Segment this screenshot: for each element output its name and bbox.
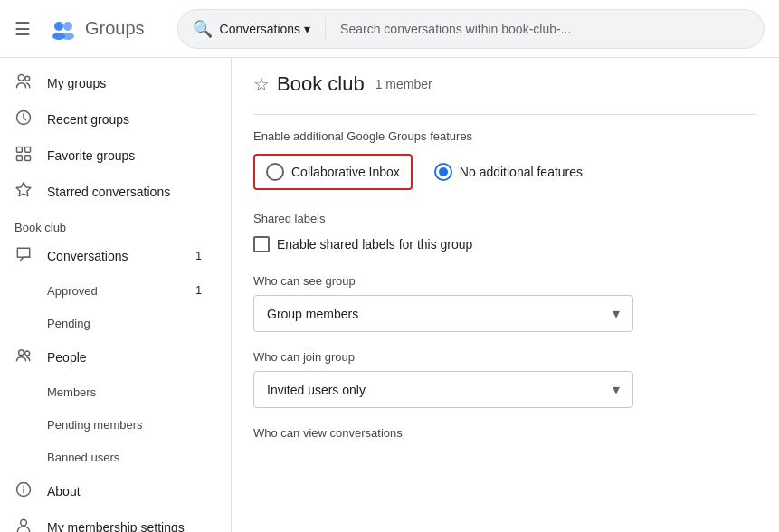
sidebar-item-pending[interactable]: Pending [0, 307, 216, 339]
chevron-down-icon: ▾ [304, 22, 310, 36]
sidebar: My groups Recent groups Favorite groups … [0, 58, 232, 532]
people2-icon [14, 347, 33, 369]
who-can-join-section: Who can join group Invited users only ▾ [253, 350, 757, 408]
svg-point-3 [62, 33, 74, 40]
sidebar-item-people-label: People [47, 350, 202, 365]
svg-rect-8 [17, 155, 23, 160]
sidebar-item-favorite-groups-label: Favorite groups [47, 148, 202, 163]
search-bar[interactable]: 🔍 Conversations ▾ Search conversations w… [177, 9, 765, 49]
member-count: 1 member [375, 77, 432, 91]
who-can-see-label: Who can see group [253, 274, 757, 288]
who-can-join-label: Who can join group [253, 350, 757, 364]
search-icon: 🔍 [193, 19, 213, 39]
page-header: ☆ Book club 1 member [253, 72, 757, 96]
groups-logo-icon [49, 14, 78, 43]
svg-rect-10 [25, 155, 31, 160]
info-icon [14, 480, 33, 503]
who-can-join-value: Invited users only [267, 383, 366, 397]
logo-area: Groups [49, 14, 145, 43]
svg-rect-9 [25, 147, 31, 152]
shared-labels-checkbox-label: Enable shared labels for this group [277, 237, 472, 252]
app-title: Groups [85, 18, 145, 39]
sidebar-item-banned-users[interactable]: Banned users [0, 441, 216, 473]
who-can-see-dropdown[interactable]: Group members ▾ [253, 295, 633, 332]
sidebar-item-conversations[interactable]: Conversations 1 [0, 238, 216, 274]
shared-labels-checkbox-row[interactable]: Enable shared labels for this group [253, 236, 757, 252]
shared-labels-title: Shared labels [253, 212, 757, 225]
who-can-see-value: Group members [267, 307, 358, 321]
sidebar-item-pending-members[interactable]: Pending members [0, 408, 216, 441]
sidebar-item-my-groups-label: My groups [47, 76, 202, 90]
no-features-radio[interactable] [434, 163, 452, 181]
approved-badge: 1 [195, 284, 202, 297]
membership-icon [14, 517, 33, 533]
svg-point-11 [19, 349, 24, 355]
sidebar-item-approved[interactable]: Approved 1 [0, 274, 216, 307]
sidebar-item-about-label: About [47, 484, 202, 499]
who-can-see-section: Who can see group Group members ▾ [253, 274, 757, 332]
main-layout: My groups Recent groups Favorite groups … [0, 58, 779, 532]
svg-point-12 [25, 351, 30, 356]
no-additional-features-option[interactable]: No additional features [434, 163, 583, 181]
search-dropdown[interactable]: Conversations ▾ [220, 22, 311, 36]
svg-point-15 [21, 519, 27, 526]
collaborative-inbox-option[interactable]: Collaborative Inbox [253, 154, 413, 190]
sidebar-item-favorite-groups[interactable]: Favorite groups [0, 138, 216, 174]
who-can-see-chevron-icon: ▾ [613, 305, 620, 322]
who-can-view-section: Who can view conversations [253, 426, 757, 440]
favorite-icon [14, 145, 33, 167]
svg-point-4 [18, 74, 24, 81]
pending-members-label: Pending members [47, 418, 202, 432]
sidebar-item-my-groups[interactable]: My groups [0, 65, 216, 101]
banned-users-label: Banned users [47, 451, 202, 464]
search-input[interactable]: Search conversations within book-club-..… [340, 22, 749, 36]
svg-point-14 [23, 485, 24, 487]
who-can-view-label: Who can view conversations [253, 426, 757, 440]
header-divider [253, 114, 757, 115]
conversations-badge: 1 [184, 250, 202, 262]
no-features-label: No additional features [460, 165, 583, 179]
shared-labels-section: Shared labels Enable shared labels for t… [253, 212, 757, 252]
sidebar-item-starred-conversations[interactable]: Starred conversations [0, 174, 216, 210]
svg-point-1 [63, 22, 72, 31]
hamburger-icon[interactable]: ☰ [14, 18, 31, 40]
feature-options: Collaborative Inbox No additional featur… [253, 154, 757, 190]
sidebar-item-members[interactable]: Members [0, 375, 216, 408]
sidebar-item-my-membership[interactable]: My membership settings [0, 509, 216, 532]
page-star-icon[interactable]: ☆ [253, 73, 270, 95]
svg-point-0 [54, 22, 63, 31]
page-title: Book club [277, 72, 365, 96]
people-icon [14, 72, 33, 95]
top-bar: ☰ Groups 🔍 Conversations ▾ Search conver… [0, 0, 779, 58]
shared-labels-checkbox[interactable] [253, 236, 270, 252]
clock-icon [14, 109, 33, 131]
svg-rect-7 [17, 147, 23, 152]
sidebar-item-people[interactable]: People [0, 339, 216, 375]
svg-point-5 [25, 76, 30, 81]
content-area: ☆ Book club 1 member Enable additional G… [232, 58, 779, 532]
sidebar-item-starred-conversations-label: Starred conversations [47, 185, 202, 199]
members-label: Members [47, 385, 202, 399]
who-can-join-chevron-icon: ▾ [613, 381, 620, 398]
collaborative-inbox-radio[interactable] [266, 163, 284, 181]
sidebar-item-recent-groups-label: Recent groups [47, 112, 202, 127]
pending-label: Pending [47, 317, 202, 330]
collaborative-inbox-label: Collaborative Inbox [291, 165, 400, 179]
who-can-join-dropdown[interactable]: Invited users only ▾ [253, 371, 633, 408]
conversations-icon [14, 245, 33, 268]
sidebar-item-conversations-label: Conversations [47, 249, 169, 263]
features-section-label: Enable additional Google Groups features [253, 129, 757, 143]
star-icon [14, 181, 33, 204]
sidebar-item-recent-groups[interactable]: Recent groups [0, 101, 216, 138]
book-club-section-label: Book club [0, 210, 231, 238]
sidebar-item-my-membership-label: My membership settings [47, 520, 202, 532]
search-divider [325, 18, 326, 40]
approved-label: Approved [47, 284, 188, 298]
sidebar-item-about[interactable]: About [0, 473, 216, 509]
